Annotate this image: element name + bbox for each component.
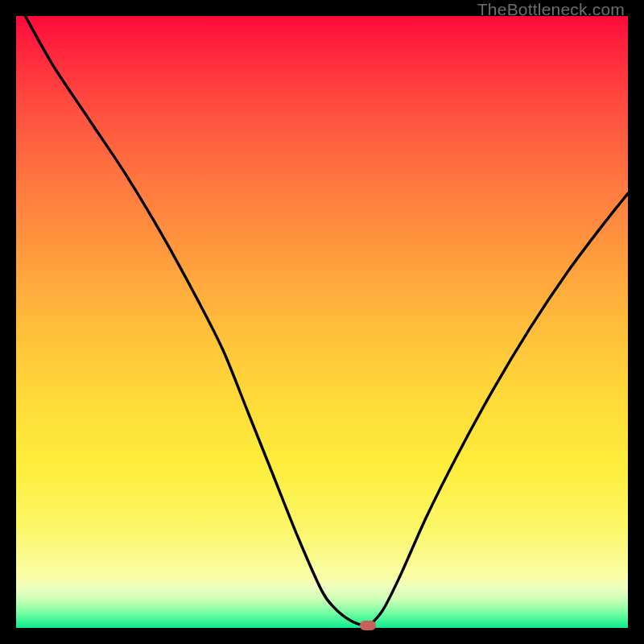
- watermark-text: TheBottleneck.com: [477, 0, 625, 19]
- chart-frame: TheBottleneck.com: [0, 0, 644, 644]
- curve-svg: [16, 16, 628, 628]
- optimum-marker: [360, 621, 376, 630]
- bottleneck-curve: [25, 16, 628, 625]
- plot-area: [16, 16, 628, 628]
